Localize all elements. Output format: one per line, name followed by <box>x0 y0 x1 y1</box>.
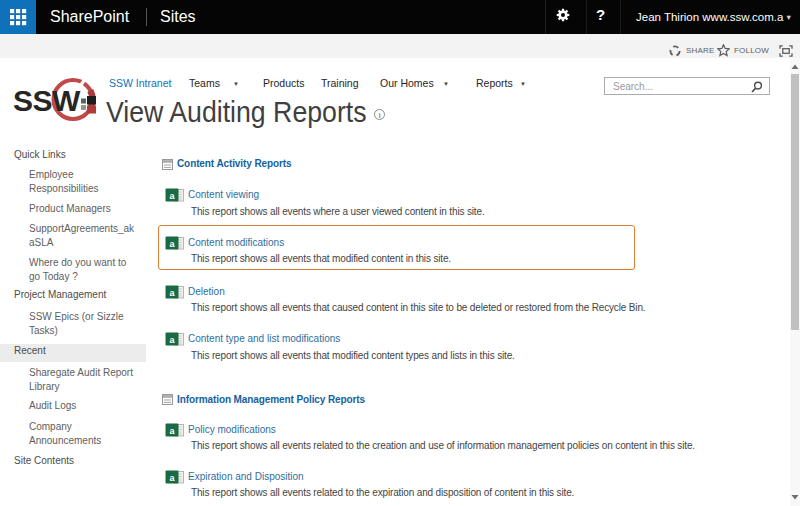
svg-text:SSW: SSW <box>13 84 81 117</box>
